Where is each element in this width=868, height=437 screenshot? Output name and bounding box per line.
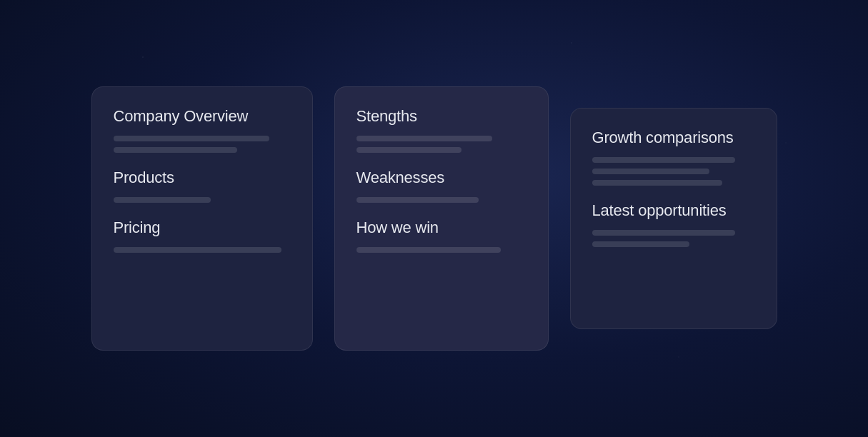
placeholder-line <box>592 169 709 174</box>
placeholder-line <box>592 157 736 163</box>
latest-opportunities-title: Latest opportunities <box>592 201 755 220</box>
placeholder-line <box>114 147 238 153</box>
placeholder-line <box>356 136 492 141</box>
placeholder-line <box>114 247 282 253</box>
card-strengths: Stengths Weaknesses How we win <box>334 86 549 351</box>
section-strengths: Stengths <box>356 107 527 153</box>
section-growth-comparisons: Growth comparisons <box>592 129 755 186</box>
products-lines <box>114 197 291 203</box>
card-growth: Growth comparisons Latest opportunities <box>570 108 777 329</box>
strengths-title: Stengths <box>356 107 527 126</box>
section-how-we-win: How we win <box>356 218 527 253</box>
pricing-lines <box>114 247 291 253</box>
placeholder-line <box>114 136 269 141</box>
products-title: Products <box>114 169 291 187</box>
growth-comparisons-title: Growth comparisons <box>592 129 755 147</box>
how-we-win-title: How we win <box>356 218 527 237</box>
section-products: Products <box>114 169 291 203</box>
growth-lines <box>592 157 755 186</box>
placeholder-line <box>592 230 736 236</box>
weaknesses-lines <box>356 197 527 203</box>
latest-lines <box>592 230 755 247</box>
placeholder-line <box>114 197 211 203</box>
cards-container: Company Overview Products Pricing Stengt… <box>0 0 868 437</box>
placeholder-line <box>356 147 462 153</box>
section-weaknesses: Weaknesses <box>356 169 527 203</box>
section-company-overview: Company Overview <box>114 107 291 153</box>
company-overview-title: Company Overview <box>114 107 291 126</box>
placeholder-line <box>592 180 722 186</box>
weaknesses-title: Weaknesses <box>356 169 527 187</box>
placeholder-line <box>356 247 501 253</box>
section-pricing: Pricing <box>114 218 291 253</box>
company-overview-lines <box>114 136 291 153</box>
placeholder-line <box>356 197 479 203</box>
section-latest-opportunities: Latest opportunities <box>592 201 755 247</box>
how-we-win-lines <box>356 247 527 253</box>
strengths-lines <box>356 136 527 153</box>
card-company-overview: Company Overview Products Pricing <box>91 86 313 351</box>
pricing-title: Pricing <box>114 218 291 237</box>
placeholder-line <box>592 241 690 247</box>
